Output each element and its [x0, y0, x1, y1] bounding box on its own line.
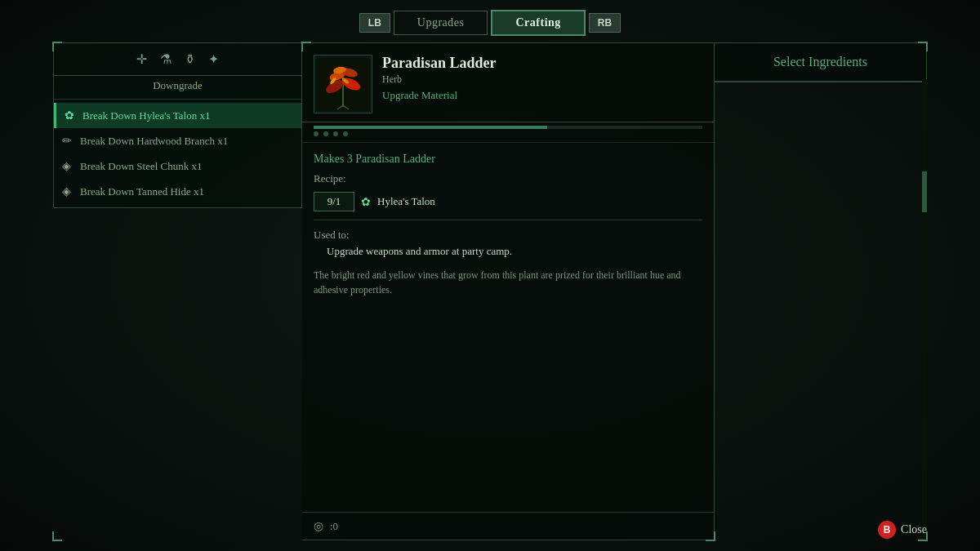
bottom-bar: B Close [878, 521, 927, 539]
dot-2 [323, 131, 328, 136]
right-panel: Select Ingredients [715, 42, 927, 82]
close-label: Close [901, 523, 927, 536]
icon-crosshair[interactable]: ✛ [136, 51, 147, 67]
recipe-item-hardwood[interactable]: ✏ Break Down Hardwood Branch x1 [54, 128, 301, 153]
progress-bar-fill [314, 126, 547, 129]
item-image [314, 55, 372, 113]
recipe-label-hardwood: Break Down Hardwood Branch x1 [80, 135, 228, 148]
steel-icon: ◈ [62, 159, 75, 173]
left-panel-icons: ✛ ⚗ ⚱ ✦ [54, 43, 301, 76]
item-subtype: Upgrade Material [382, 89, 702, 102]
screen: LB Upgrades Crafting RB ✛ ⚗ ⚱ ✦ Downgrad… [0, 0, 980, 551]
crafting-tab[interactable]: Crafting [491, 10, 585, 36]
middle-panel-wrapper: Paradisan Ladder Herb Upgrade Material [302, 42, 715, 540]
separator-1 [314, 220, 702, 220]
lb-button[interactable]: LB [359, 13, 390, 33]
recipe-label: Recipe: [314, 172, 702, 185]
middle-panel: Paradisan Ladder Herb Upgrade Material [302, 42, 715, 540]
progress-dots [314, 129, 702, 139]
gold-amount: :0 [330, 520, 338, 533]
icon-mortar[interactable]: ⚱ [185, 51, 195, 67]
progress-area [302, 122, 714, 143]
scroll-thumb [922, 171, 927, 212]
middle-bottom: ◎ :0 [302, 512, 714, 540]
recipe-item-hylea[interactable]: ✿ Break Down Hylea's Talon x1 [54, 103, 301, 128]
main-content: ✛ ⚗ ⚱ ✦ Downgrade ✿ Break Down Hylea's T… [0, 42, 980, 540]
recipe-list: ✿ Break Down Hylea's Talon x1 ✏ Break Do… [54, 100, 301, 207]
icon-sparkle[interactable]: ✦ [208, 51, 219, 67]
recipe-item-tanned[interactable]: ◈ Break Down Tanned Hide x1 [54, 179, 301, 204]
recipe-label-hylea: Break Down Hylea's Talon x1 [82, 109, 210, 122]
left-panel: ✛ ⚗ ⚱ ✦ Downgrade ✿ Break Down Hylea's T… [53, 42, 302, 208]
progress-bar [314, 126, 702, 129]
description-text: The bright red and yellow vines that gro… [314, 268, 702, 297]
recipe-section: Makes 3 Paradisan Ladder Recipe: 9/1 ✿ H… [302, 143, 714, 512]
b-button-icon[interactable]: B [878, 521, 896, 539]
item-name: Paradisan Ladder [382, 55, 702, 72]
top-nav: LB Upgrades Crafting RB [0, 0, 980, 42]
select-ingredients-title: Select Ingredients [715, 43, 926, 82]
scroll-track [922, 79, 927, 540]
qty-box: 9/1 [314, 192, 354, 211]
hardwood-icon: ✏ [62, 134, 75, 148]
recipe-item-steel[interactable]: ◈ Break Down Steel Chunk x1 [54, 153, 301, 179]
dot-3 [333, 131, 338, 136]
dot-4 [343, 131, 348, 136]
right-panel-wrapper: Select Ingredients [715, 42, 927, 540]
ingredient-icon: ✿ [361, 195, 371, 209]
recipe-label-steel: Break Down Steel Chunk x1 [80, 160, 202, 173]
icon-flask[interactable]: ⚗ [160, 51, 172, 67]
used-to-text: Upgrade weapons and armor at party camp. [327, 245, 702, 258]
makes-label: Makes 3 Paradisan Ladder [314, 153, 702, 166]
rb-button[interactable]: RB [589, 13, 621, 33]
used-to-label: Used to: [314, 229, 702, 242]
item-type: Herb [382, 73, 702, 86]
gold-icon: ◎ [314, 519, 323, 533]
item-header: Paradisan Ladder Herb Upgrade Material [302, 43, 714, 122]
left-panel-wrapper: ✛ ⚗ ⚱ ✦ Downgrade ✿ Break Down Hylea's T… [53, 42, 302, 540]
item-info: Paradisan Ladder Herb Upgrade Material [382, 55, 702, 102]
category-label: Downgrade [54, 76, 301, 100]
right-scrollbar[interactable] [922, 79, 927, 540]
upgrades-tab[interactable]: Upgrades [394, 11, 488, 35]
ingredient-row: 9/1 ✿ Hylea's Talon [314, 192, 702, 211]
recipe-label-tanned: Break Down Tanned Hide x1 [80, 185, 204, 198]
dot-1 [314, 131, 318, 136]
tanned-icon: ◈ [62, 184, 75, 198]
ingredient-name: Hylea's Talon [377, 195, 435, 208]
herb-illustration [317, 58, 370, 111]
hylea-icon: ✿ [65, 109, 78, 122]
